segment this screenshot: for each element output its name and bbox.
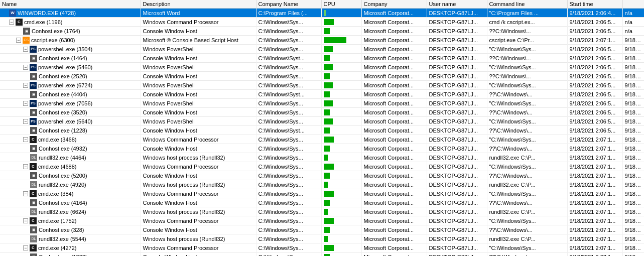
- table-row[interactable]: −Ccmd.exe (3468)Windows Command Processo…: [0, 135, 644, 144]
- process-company-cell: Microsoft Corporat...: [361, 54, 427, 63]
- process-start1-cell: 9/18/2021 2:07:1...: [567, 198, 622, 207]
- process-cpu-cell: [321, 225, 361, 234]
- expand-button[interactable]: −: [23, 101, 28, 106]
- col-header-desc[interactable]: Description: [141, 0, 256, 9]
- process-cpu-cell: [321, 126, 361, 135]
- process-start1-cell: 9/18/2021 2:06:5...: [567, 18, 622, 27]
- table-row[interactable]: −CScscript.exe (6300)Microsoft ® Console…: [0, 36, 644, 45]
- table-row[interactable]: −Ccmd.exe (1752)Windows Command Processo…: [0, 216, 644, 225]
- table-row[interactable]: ▣Conhost.exe (2520)Console Window HostC:…: [0, 72, 644, 81]
- process-start2-cell: 9/18/2021 2:07:2...: [622, 180, 644, 189]
- table-row[interactable]: −Ccmd.exe (4272)Windows Command Processo…: [0, 243, 644, 252]
- expand-button[interactable]: −: [23, 245, 28, 250]
- table-row[interactable]: −PSpowershell.exe (7056)Windows PowerShe…: [0, 99, 644, 108]
- process-name-label: WINWORD.EXE (4728): [18, 10, 76, 16]
- process-desc-cell: Windows host process (Rundll32): [141, 153, 256, 162]
- process-desc-cell: Console Window Host: [141, 225, 256, 234]
- expand-button[interactable]: −: [23, 65, 28, 70]
- process-table[interactable]: Name Description Company Name CPU Compan…: [0, 0, 644, 256]
- table-row[interactable]: ▣Conhost.exe (1464)Console Window HostC:…: [0, 54, 644, 63]
- expand-button[interactable]: −: [23, 83, 28, 88]
- table-row[interactable]: DLrundll32.exe (6624)Windows host proces…: [0, 207, 644, 216]
- col-header-user[interactable]: User name: [427, 0, 487, 9]
- process-cmd-cell: ??C:\Windows\...: [487, 27, 567, 36]
- process-name-cell: −PSpowershell.exe (3504): [0, 45, 141, 54]
- table-row[interactable]: ▣Conhost.exe (4932)Console Window HostC:…: [0, 144, 644, 153]
- process-path-cell: C:\Windows\Sys...: [256, 108, 321, 117]
- process-name-label: cmd.exe (3468): [38, 137, 76, 143]
- process-cmd-cell: rundll32.exe C:\P...: [487, 153, 567, 162]
- process-start1-cell: 9/18/2021 2:07:1...: [567, 153, 622, 162]
- expand-button[interactable]: −: [16, 38, 21, 43]
- process-name-cell: ▣Conhost.exe (4404): [0, 90, 141, 99]
- process-path-cell: C:\Windows\Syst...: [256, 126, 321, 135]
- expand-button[interactable]: −: [23, 47, 28, 52]
- process-path-cell: C:\Windows\Sys...: [256, 153, 321, 162]
- process-name-label: Conhost.exe (5200): [39, 173, 87, 179]
- table-row[interactable]: ▣Conhost.exe (1832)Console Window HostC:…: [0, 252, 644, 257]
- process-user-cell: DESKTOP-G87LJ...: [427, 54, 487, 63]
- table-row[interactable]: ▣Conhost.exe (5200)Console Window HostC:…: [0, 171, 644, 180]
- process-start2-cell: 9/18/2021 2:07:0...: [622, 126, 644, 135]
- col-header-name[interactable]: Name: [0, 0, 141, 9]
- expand-button[interactable]: −: [23, 119, 28, 124]
- table-row[interactable]: DLrundll32.exe (4464)Windows host proces…: [0, 153, 644, 162]
- process-cmd-cell: ??\C:\Windows\...: [487, 252, 567, 257]
- expand-button[interactable]: −: [9, 20, 14, 25]
- process-start2-cell: n/a: [622, 27, 644, 36]
- col-header-start1[interactable]: Start time: [567, 0, 622, 9]
- process-cpu-cell: [321, 180, 361, 189]
- process-start2-cell: 9/18/2021 2:07:2...: [622, 144, 644, 153]
- process-path-cell: C:\Windows\Sys...: [256, 72, 321, 81]
- process-desc-cell: Console Window Host: [141, 126, 256, 135]
- table-row[interactable]: ▣Conhost.exe (1228)Console Window HostC:…: [0, 126, 644, 135]
- process-path-cell: C:\Windows\Sys...: [256, 198, 321, 207]
- expand-button[interactable]: −: [23, 137, 28, 142]
- col-header-start2[interactable]: [622, 0, 644, 9]
- table-row[interactable]: ▣Conhost.exe (3520)Console Window HostC:…: [0, 108, 644, 117]
- table-row[interactable]: −PSpowershell.exe (5460)Windows PowerShe…: [0, 63, 644, 72]
- table-row[interactable]: DLrundll32.exe (5544)Windows host proces…: [0, 234, 644, 243]
- process-name-cell: −Ccmd.exe (384): [0, 189, 141, 198]
- process-name-cell: ▣Conhost.exe (5200): [0, 171, 141, 180]
- table-row[interactable]: −Ccmd.exe (384)Windows Command Processor…: [0, 189, 644, 198]
- process-desc-cell: Windows Command Processor: [141, 243, 256, 252]
- process-start2-cell: 9/18/2021 2:07:2...: [622, 234, 644, 243]
- process-user-cell: DESKTOP-G87LJ...: [427, 18, 487, 27]
- table-row[interactable]: ▣Conhost.exe (4404)Console Window HostC:…: [0, 90, 644, 99]
- process-company-cell: Microsoft Corporat...: [361, 198, 427, 207]
- col-header-path[interactable]: Company Name: [256, 0, 321, 9]
- col-header-cpu[interactable]: CPU: [321, 0, 361, 9]
- table-row[interactable]: ▣Conhost.exe (4164)Console Window HostC:…: [0, 198, 644, 207]
- table-row[interactable]: −PSpowershell.exe (6724)Windows PowerShe…: [0, 81, 644, 90]
- table-row[interactable]: −PSpowershell.exe (3504)Windows PowerShe…: [0, 45, 644, 54]
- expand-button[interactable]: −: [23, 191, 28, 196]
- expand-button[interactable]: −: [23, 218, 28, 223]
- process-cpu-cell: [321, 99, 361, 108]
- table-row[interactable]: −Ccmd.exe (4688)Windows Command Processo…: [0, 162, 644, 171]
- table-row[interactable]: WWINWORD.EXE (4728)Microsoft WordC:\Prog…: [0, 9, 644, 18]
- table-row[interactable]: ▣Conhost.exe (1764)Console Window HostC:…: [0, 27, 644, 36]
- process-cmd-cell: "C:\Windows\Sys...: [487, 117, 567, 126]
- process-start2-cell: 9/18/2021 2:07:0...: [622, 45, 644, 54]
- process-cpu-cell: [321, 207, 361, 216]
- process-cmd-cell: "C:\Windows\Sys...: [487, 63, 567, 72]
- table-row[interactable]: −Ccmd.exe (1196)Windows Command Processo…: [0, 18, 644, 27]
- process-name-label: cmd.exe (4688): [38, 164, 76, 170]
- process-name-cell: −Ccmd.exe (1752): [0, 216, 141, 225]
- process-desc-cell: Microsoft Word: [141, 9, 256, 18]
- process-cpu-cell: [321, 135, 361, 144]
- expand-button[interactable]: −: [23, 164, 28, 169]
- process-desc-cell: Windows host process (Rundll32): [141, 234, 256, 243]
- process-cmd-cell: ??\C:\Windows\...: [487, 198, 567, 207]
- process-path-cell: C:\Windows\Sys...: [256, 81, 321, 90]
- process-start2-cell: 9/18/2021 2:07:2...: [622, 198, 644, 207]
- process-name-label: Conhost.exe (1832): [39, 254, 87, 257]
- process-name-label: powershell.exe (7056): [38, 100, 92, 106]
- col-header-cmd[interactable]: Command line: [487, 0, 567, 9]
- table-row[interactable]: ▣Conhost.exe (328)Console Window HostC:\…: [0, 225, 644, 234]
- table-row[interactable]: −PSpowershell.exe (5640)Windows PowerShe…: [0, 117, 644, 126]
- table-row[interactable]: DLrundll32.exe (4920)Windows host proces…: [0, 180, 644, 189]
- col-header-company[interactable]: Company: [361, 0, 427, 9]
- process-cpu-cell: [321, 54, 361, 63]
